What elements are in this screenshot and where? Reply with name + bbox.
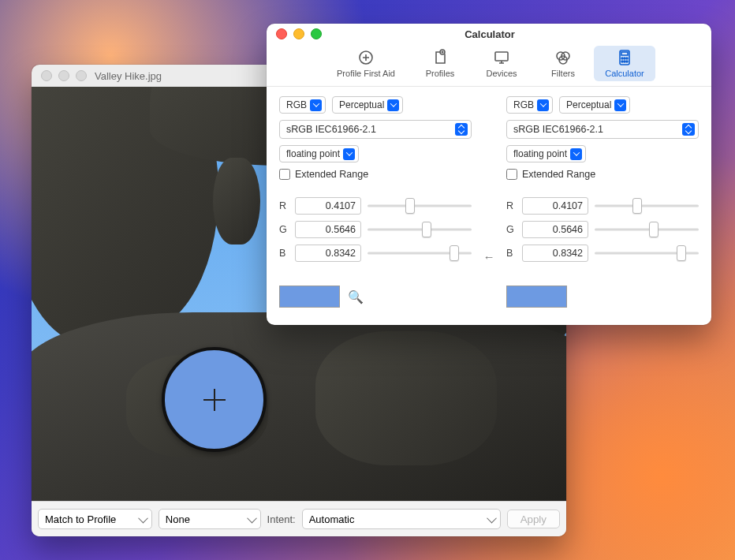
stepper-icon [682,123,695,136]
right-b-input[interactable]: 0.8342 [522,245,588,262]
calculator-icon [615,49,634,66]
right-format-select[interactable]: floating point [506,145,586,162]
svg-point-9 [624,58,625,59]
right-color-swatch [506,286,567,308]
left-g-input[interactable]: 0.5646 [295,221,361,238]
svg-point-11 [621,61,623,62]
right-g-input[interactable]: 0.5646 [522,221,588,238]
right-g-slider[interactable] [595,222,699,237]
maximize-icon[interactable] [76,70,87,81]
maximize-icon[interactable] [311,28,322,39]
left-format-select[interactable]: floating point [279,145,359,162]
right-r-input[interactable]: 0.4107 [522,197,588,215]
right-column: RGB Perceptual sRGB IEC61966-2.1 floatin… [506,96,699,308]
right-profile-select[interactable]: sRGB IEC61966-2.1 [506,120,699,139]
left-g-slider[interactable] [368,222,472,237]
profiles-icon [431,49,450,66]
svg-rect-2 [495,52,508,61]
color-picker-loupe[interactable] [162,347,267,452]
calc-window-title: Calculator [322,28,658,40]
rock-shape [213,158,260,245]
left-b-row: B 0.8342 [279,245,472,262]
rock-shape [315,331,497,465]
desktop: Valley Hike.jpg Match to Profile None In… [0,0,735,560]
profile-select[interactable]: None [159,509,261,529]
left-b-slider[interactable] [368,245,472,261]
left-column: RGB Perceptual sRGB IEC61966-2.1 floatin… [279,96,472,308]
svg-point-12 [624,61,625,62]
tab-devices[interactable]: Devices [471,46,532,81]
intent-select[interactable]: Automatic [302,509,501,529]
tab-profile-first-aid[interactable]: Profile First Aid [323,46,409,81]
chevron-down-icon [310,99,322,111]
first-aid-icon [356,49,375,66]
left-r-input[interactable]: 0.4107 [295,197,361,215]
filters-icon [554,49,573,66]
left-r-slider[interactable] [368,198,472,214]
right-b-row: B 0.8342 [506,245,699,262]
left-profile-select[interactable]: sRGB IEC61966-2.1 [279,120,472,139]
calc-toolbar: Profile First Aid Profiles Devices Filte… [267,44,711,87]
chevron-down-icon [343,148,355,160]
left-b-input[interactable]: 0.8342 [295,245,361,262]
action-select[interactable]: Match to Profile [38,509,152,529]
svg-rect-7 [621,52,628,55]
close-icon[interactable] [276,28,287,39]
left-intent-select[interactable]: Perceptual [332,96,403,114]
eyedropper-search-icon[interactable]: 🔍 [348,289,364,304]
right-extended-range-checkbox[interactable]: Extended Range [506,169,699,180]
chevron-down-icon [570,148,582,160]
svg-point-8 [621,58,623,59]
left-g-row: G 0.5646 [279,221,472,238]
left-extended-range-checkbox[interactable]: Extended Range [279,169,472,180]
right-colorspace-select[interactable]: RGB [506,96,553,114]
chevron-down-icon [614,99,626,111]
left-r-row: R 0.4107 [279,197,472,215]
devices-icon [492,49,511,66]
right-b-slider[interactable] [595,245,699,261]
right-r-row: R 0.4107 [506,197,699,215]
image-bottom-bar: Match to Profile None Intent: Automatic … [32,501,566,536]
chevron-down-icon [537,99,549,111]
minimize-icon[interactable] [58,70,69,81]
calculator-window: Calculator Profile First Aid Profiles De… [267,24,711,325]
chevron-down-icon [387,99,399,111]
svg-point-13 [626,61,628,62]
right-r-slider[interactable] [595,198,699,214]
left-colorspace-select[interactable]: RGB [279,96,326,114]
checkbox-icon[interactable] [279,169,290,180]
tab-profiles[interactable]: Profiles [409,46,471,81]
crosshair-icon [203,399,226,401]
stepper-icon [455,123,468,136]
direction-arrow[interactable]: ← [478,96,500,308]
right-g-row: G 0.5646 [506,221,699,238]
checkbox-icon[interactable] [506,169,517,180]
minimize-icon[interactable] [293,28,304,39]
right-intent-select[interactable]: Perceptual [559,96,630,114]
tab-filters[interactable]: Filters [532,46,594,81]
intent-label: Intent: [267,513,296,525]
apply-button[interactable]: Apply [507,510,560,528]
left-color-swatch [279,286,340,308]
tab-calculator[interactable]: Calculator [594,46,655,81]
close-icon[interactable] [41,70,52,81]
calc-titlebar[interactable]: Calculator [267,24,711,44]
svg-point-10 [626,58,628,59]
image-window-title: Valley Hike.jpg [95,70,162,82]
